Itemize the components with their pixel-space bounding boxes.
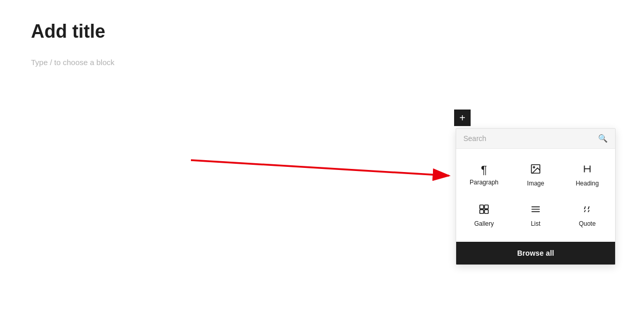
heading-icon (582, 163, 593, 177)
svg-rect-4 (480, 205, 484, 209)
paragraph-icon: ¶ (481, 164, 487, 176)
gallery-icon (478, 204, 490, 217)
block-item-list[interactable]: List (512, 197, 559, 234)
svg-rect-5 (485, 205, 488, 209)
block-picker-popup: 🔍 ¶ Paragraph Image (456, 128, 616, 265)
svg-rect-7 (485, 210, 488, 213)
block-label-list: List (531, 220, 541, 227)
search-bar: 🔍 (456, 129, 615, 149)
block-item-gallery[interactable]: Gallery (460, 197, 508, 234)
block-item-paragraph[interactable]: ¶ Paragraph (460, 157, 508, 193)
page-title[interactable]: Add title (31, 21, 613, 42)
plus-icon: + (459, 113, 465, 123)
block-label-heading: Heading (576, 180, 599, 187)
browse-all-button[interactable]: Browse all (456, 242, 615, 265)
image-icon (530, 163, 541, 177)
block-label-gallery: Gallery (474, 220, 494, 227)
quote-icon (582, 204, 593, 217)
list-icon (530, 204, 541, 217)
block-placeholder[interactable]: Type / to choose a block (31, 58, 613, 67)
block-item-heading[interactable]: Heading (564, 157, 611, 193)
block-item-image[interactable]: Image (512, 157, 559, 193)
block-label-paragraph: Paragraph (470, 179, 498, 186)
block-label-quote: Quote (579, 220, 596, 227)
search-icon: 🔍 (598, 134, 608, 143)
add-block-button[interactable]: + (454, 110, 471, 126)
blocks-grid: ¶ Paragraph Image Heading (456, 149, 615, 242)
block-item-quote[interactable]: Quote (564, 197, 611, 234)
svg-rect-6 (480, 210, 484, 213)
search-input[interactable] (463, 134, 598, 143)
block-label-image: Image (527, 180, 544, 187)
svg-point-3 (533, 166, 535, 168)
